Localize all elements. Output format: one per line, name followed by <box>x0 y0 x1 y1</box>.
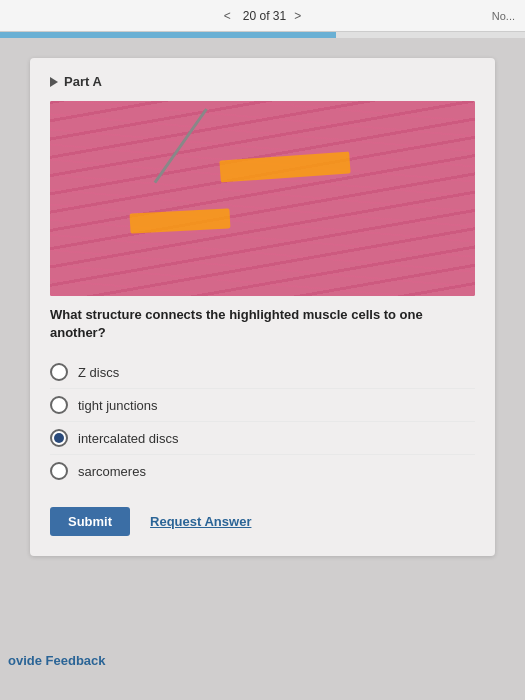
radio-z-discs[interactable] <box>50 363 68 381</box>
top-right-text: No... <box>492 10 515 22</box>
option-label-sarcomeres: sarcomeres <box>78 464 146 479</box>
tissue-background <box>50 101 475 296</box>
page-counter: 20 of 31 <box>243 9 286 23</box>
radio-selected-indicator <box>54 433 64 443</box>
request-answer-link[interactable]: Request Answer <box>150 514 251 529</box>
part-label: Part A <box>64 74 102 89</box>
option-item-3[interactable]: intercalated discs <box>50 422 475 455</box>
progress-bar-fill <box>0 32 336 38</box>
options-list: Z discs tight junctions intercalated dis… <box>50 356 475 487</box>
option-item-2[interactable]: tight junctions <box>50 389 475 422</box>
part-header: Part A <box>50 74 475 89</box>
option-item-1[interactable]: Z discs <box>50 356 475 389</box>
feedback-link[interactable]: ovide Feedback <box>0 649 114 672</box>
collapse-triangle-icon[interactable] <box>50 77 58 87</box>
progress-bar-container <box>0 32 525 38</box>
question-text: What structure connects the highlighted … <box>50 306 475 342</box>
submit-button[interactable]: Submit <box>50 507 130 536</box>
prev-arrow[interactable]: < <box>220 7 235 25</box>
radio-tight-junctions[interactable] <box>50 396 68 414</box>
option-label-z-discs: Z discs <box>78 365 119 380</box>
actions-row: Submit Request Answer <box>50 507 475 536</box>
option-label-intercalated-discs: intercalated discs <box>78 431 178 446</box>
main-content: Part A What structure connects the highl… <box>30 58 495 556</box>
option-label-tight-junctions: tight junctions <box>78 398 158 413</box>
option-item-4[interactable]: sarcomeres <box>50 455 475 487</box>
microscope-image <box>50 101 475 296</box>
nav-arrows: < 20 of 31 > <box>220 7 305 25</box>
next-arrow[interactable]: > <box>290 7 305 25</box>
top-bar: < 20 of 31 > No... <box>0 0 525 32</box>
radio-intercalated-discs[interactable] <box>50 429 68 447</box>
radio-sarcomeres[interactable] <box>50 462 68 480</box>
